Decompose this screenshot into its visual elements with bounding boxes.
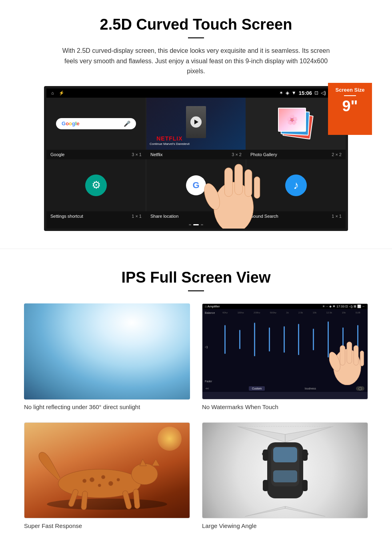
- dot-1: [189, 224, 191, 225]
- svg-point-14: [132, 464, 158, 485]
- app-grid-bottom: ⚙ G: [46, 159, 346, 211]
- netflix-logo: NETFLIX: [150, 135, 190, 142]
- location-icon: ◈: [286, 90, 289, 96]
- usb-icon: ⚡: [59, 90, 64, 96]
- sunlight-image: [24, 303, 190, 399]
- google-label: Google 3 × 1: [46, 150, 146, 159]
- google-label-name: Google: [50, 152, 64, 157]
- svg-rect-35: [302, 450, 308, 461]
- app-labels-row-2: Settings shortcut 1 × 1 Share location 1…: [46, 211, 346, 221]
- photo-stack: 🌸: [278, 108, 314, 140]
- car-label: Large Viewing Angle: [202, 522, 368, 529]
- eq-slider-5[interactable]: [284, 326, 285, 353]
- svg-rect-2: [225, 168, 233, 197]
- hand-gesture-icon: [198, 135, 270, 231]
- svg-point-12: [47, 498, 167, 510]
- svg-rect-4: [245, 169, 252, 197]
- eq-slider-3[interactable]: [254, 323, 255, 356]
- badge-size: 9": [342, 98, 358, 114]
- svg-rect-34: [263, 450, 268, 461]
- svg-rect-31: [273, 470, 297, 482]
- freq-100: 100hz: [237, 311, 244, 314]
- music-note-icon: ♪: [293, 179, 299, 192]
- eq-slider-4[interactable]: [269, 327, 270, 351]
- svg-point-23: [98, 484, 101, 487]
- amplifier-image: ⌂ Amplifier ≡ ··· ◈ ▼ 17:33 ⊡ ◁) ⊠ ⬜ ← B…: [202, 303, 368, 399]
- app-labels-row-1: Google 3 × 1 Netflix 3 × 2 Photo Gallery…: [46, 150, 346, 159]
- amp-custom-btn[interactable]: Custom: [249, 386, 265, 391]
- amp-label-balance: Balance: [205, 311, 216, 314]
- svg-marker-16: [140, 459, 146, 466]
- eq-slider-1[interactable]: [224, 325, 226, 354]
- svg-rect-3: [235, 164, 243, 195]
- google-label-size: 3 × 1: [132, 152, 142, 157]
- maps-app-cell[interactable]: G: [146, 159, 246, 211]
- amp-freq-area: 60hz 100hz 200hz 500hz 1k 2.5k 10k 12.5k…: [218, 311, 365, 383]
- amp-label-fader: Fader: [205, 380, 216, 383]
- svg-point-24: [108, 481, 113, 486]
- camera-icon: ⊡: [314, 90, 318, 96]
- section1-description: With 2.5D curved-display screen, this de…: [60, 46, 332, 76]
- car-image: [202, 422, 368, 518]
- svg-rect-37: [302, 480, 308, 491]
- feature-cheetah: Super Fast Response: [24, 422, 190, 529]
- settings-app-cell[interactable]: ⚙: [46, 159, 146, 211]
- freq-sub: SUB: [356, 311, 360, 314]
- netflix-label-name: Netflix: [150, 152, 163, 157]
- play-button[interactable]: [190, 116, 202, 128]
- device-mockup-wrapper: Screen Size 9" ⌂ ⚡ ✶ ◈ ▼ 15:06 ⊡ ◁) ⊠: [44, 86, 348, 231]
- svg-point-22: [101, 475, 105, 479]
- status-bar: ⌂ ⚡ ✶ ◈ ▼ 15:06 ⊡ ◁) ⊠ ⬜: [46, 88, 346, 98]
- eq-slider-8[interactable]: [328, 321, 329, 357]
- svg-rect-10: [360, 351, 364, 366]
- google-search-bar[interactable]: Google 🎤: [56, 118, 136, 129]
- amp-home-icon: ⌂ Amplifier: [205, 305, 220, 308]
- freq-15k: 15k: [342, 311, 346, 314]
- netflix-subtitle: Continue Marvel's Daredevil: [150, 142, 190, 146]
- sound-search-label-size: 1 × 1: [332, 214, 342, 219]
- freq-60: 60hz: [222, 311, 228, 314]
- settings-label-name: Settings shortcut: [50, 214, 83, 219]
- music-icon-circle: ♪: [285, 175, 307, 196]
- eq-slider-7[interactable]: [313, 329, 314, 350]
- settings-icon-circle: ⚙: [85, 175, 107, 196]
- amp-side-labels: Balance ◁) Fader: [205, 311, 216, 383]
- freq-200: 200hz: [254, 311, 260, 314]
- svg-rect-7: [340, 345, 345, 365]
- netflix-label-overlay: NETFLIX Continue Marvel's Daredevil: [150, 135, 190, 146]
- android-screen: ⌂ ⚡ ✶ ◈ ▼ 15:06 ⊡ ◁) ⊠ ⬜: [44, 86, 348, 231]
- svg-point-25: [82, 479, 86, 482]
- eq-slider-6[interactable]: [298, 324, 299, 355]
- svg-rect-5: [254, 177, 260, 198]
- cheetah-image: [24, 422, 190, 518]
- badge-divider: [344, 95, 356, 96]
- amp-body: Balance ◁) Fader 60hz 100hz 200hz 500hz …: [202, 309, 368, 385]
- svg-point-26: [117, 478, 120, 481]
- amp-toggle[interactable]: ◯: [356, 386, 364, 391]
- svg-rect-9: [354, 345, 358, 365]
- section1-title: 2.5D Curved Touch Screen: [24, 16, 368, 33]
- google-logo: Google: [62, 120, 80, 126]
- share-location-label-name: Share location: [150, 214, 178, 219]
- feature-sunlight: No light reflecting under 360° direct su…: [24, 303, 190, 410]
- svg-marker-15: [152, 459, 160, 466]
- section1-divider: [188, 37, 204, 38]
- volume-icon: ◁): [321, 90, 326, 96]
- sun-glow: [158, 427, 182, 451]
- amp-freq-labels: 60hz 100hz 200hz 500hz 1k 2.5k 10k 12.5k…: [218, 311, 365, 314]
- svg-rect-8: [347, 342, 352, 363]
- freq-12-5k: 12.5k: [326, 311, 332, 314]
- car-top-view-svg: [225, 422, 345, 518]
- svg-rect-30: [273, 447, 297, 462]
- amp-speaker-icon: ◁): [205, 345, 216, 349]
- freq-500: 500hz: [270, 311, 276, 314]
- bluetooth-icon: ✶: [279, 90, 283, 96]
- svg-point-21: [90, 478, 94, 482]
- google-app-cell[interactable]: Google 🎤: [46, 98, 146, 150]
- section2-divider: [188, 290, 204, 291]
- settings-label: Settings shortcut 1 × 1: [46, 211, 146, 221]
- feature-watermarks: ⌂ Amplifier ≡ ··· ◈ ▼ 17:33 ⊡ ◁) ⊠ ⬜ ← B…: [202, 303, 368, 410]
- sunlight-label: No light reflecting under 360° direct su…: [24, 403, 190, 410]
- eq-slider-2[interactable]: [239, 330, 240, 349]
- settings-label-size: 1 × 1: [132, 214, 142, 219]
